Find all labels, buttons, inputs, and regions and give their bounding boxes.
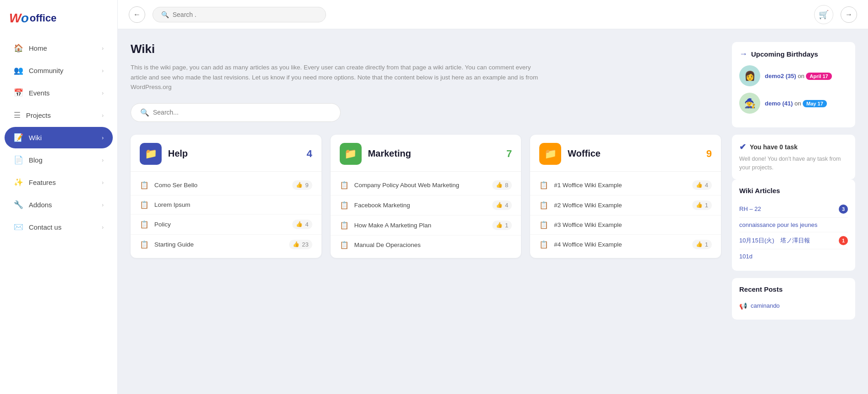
wiki-card-marketing: 📁 Marketing 7 📋 Company Policy About Web… [331, 135, 521, 258]
forward-button[interactable]: → [841, 6, 857, 23]
card-title: Woffice [568, 148, 700, 159]
thumb-icon: 👍 [496, 182, 503, 188]
wiki-article-link[interactable]: connaissance pour les jeunes [739, 218, 848, 232]
like-badge: 👍4 [292, 220, 312, 229]
sidebar-label-community: Community [29, 67, 63, 74]
article-name: Manual De Operaciones [354, 242, 512, 248]
chevron-icon-events: › [102, 90, 104, 96]
article-name: Policy [154, 221, 287, 228]
card-item[interactable]: 📋 Company Policy About Web Marketing 👍8 [331, 175, 521, 195]
card-item[interactable]: 📋 #3 Woffice Wiki Example [530, 215, 721, 235]
article-icon: 📋 [140, 240, 149, 249]
like-badge: 👍1 [492, 221, 512, 230]
wiki-card-woffice: 📁 Woffice 9 📋 #1 Woffice Wiki Example 👍4… [530, 135, 721, 258]
card-item[interactable]: 📋 Starting Guide 👍23 [131, 235, 321, 254]
card-count: 4 [306, 148, 312, 160]
chevron-icon-community: › [102, 68, 104, 74]
sidebar-item-addons[interactable]: 🔧 Addons › [5, 194, 113, 215]
sidebar-icon-community: 👥 [14, 66, 23, 75]
card-item[interactable]: 📋 #1 Woffice Wiki Example 👍4 [530, 175, 721, 195]
content-area: Wiki This is the wiki page, you can add … [118, 29, 868, 394]
sidebar-icon-blog: 📄 [14, 155, 23, 165]
article-icon: 📋 [539, 240, 548, 249]
article-icon: 📋 [340, 221, 349, 230]
article-name: #4 Woffice Wiki Example [554, 241, 686, 248]
article-link-label: RH – 22 [739, 205, 761, 212]
thumb-icon: 👍 [496, 222, 503, 228]
article-icon: 📋 [539, 181, 548, 189]
sidebar-item-blog[interactable]: 📄 Blog › [5, 149, 113, 171]
article-badge: 1 [839, 236, 848, 245]
card-item[interactable]: 📋 Lorem Ipsum [131, 195, 321, 215]
sidebar-label-wiki: Wiki [29, 134, 42, 142]
sidebar-item-projects[interactable]: ☰ Projects › [5, 105, 113, 126]
card-item[interactable]: 📋 Como Ser Bello 👍9 [131, 175, 321, 195]
search-input[interactable] [173, 11, 317, 18]
folder-icon: 📁 [340, 143, 362, 165]
chevron-icon-wiki: › [102, 135, 104, 141]
chevron-icon-home: › [102, 45, 104, 52]
recent-post-item[interactable]: 📢 caminando [739, 299, 848, 312]
sidebar-item-events[interactable]: 📅 Events › [5, 82, 113, 104]
back-button[interactable]: ← [129, 6, 145, 23]
article-icon: 📋 [539, 221, 548, 229]
card-item[interactable]: 📋 Policy 👍4 [131, 215, 321, 235]
thumb-icon: 👍 [496, 202, 503, 208]
sidebar-label-addons: Addons [29, 201, 52, 209]
card-header: 📁 Woffice 9 [530, 135, 721, 172]
sidebar-item-features[interactable]: ✨ Features › [5, 172, 113, 193]
wiki-article-link[interactable]: 10月15日(火) 塔ノ澤日報 1 [739, 232, 848, 249]
birthday-name[interactable]: demo2 (35) [765, 73, 796, 79]
thumb-icon: 👍 [696, 202, 703, 208]
article-name: Lorem Ipsum [154, 201, 312, 208]
thumb-icon: 👍 [293, 241, 300, 247]
cart-button[interactable]: 🛒 [814, 5, 833, 24]
article-icon: 📋 [140, 181, 149, 189]
topbar: ← 🔍 🛒 → [118, 0, 868, 29]
article-name: #2 Woffice Wiki Example [554, 202, 686, 209]
recent-posts-list: 📢 caminando [739, 299, 848, 312]
birthdays-section: → Upcoming Birthdays 👩 demo2 (35) on Apr… [732, 42, 855, 127]
wiki-main: Wiki This is the wiki page, you can add … [131, 42, 721, 381]
chevron-icon-blog: › [102, 157, 104, 163]
sidebar-label-features: Features [29, 179, 56, 186]
article-icon: 📋 [539, 201, 548, 210]
main-wrapper: ← 🔍 🛒 → Wiki This is the wiki page, you … [118, 0, 868, 394]
thumb-icon: 👍 [696, 241, 703, 247]
like-badge: 👍1 [692, 240, 712, 249]
wiki-article-link[interactable]: 101d [739, 249, 848, 263]
chevron-icon-projects: › [102, 112, 104, 119]
card-item[interactable]: 📋 #2 Woffice Wiki Example 👍1 [530, 195, 721, 215]
sidebar-item-wiki[interactable]: 📝 Wiki › [5, 127, 113, 148]
card-header: 📁 Marketing 7 [331, 135, 521, 172]
like-badge: 👍9 [292, 180, 312, 190]
sidebar-item-community[interactable]: 👥 Community › [5, 60, 113, 81]
like-badge: 👍8 [492, 180, 512, 190]
article-name: Como Ser Bello [154, 182, 287, 189]
sidebar-nav: 🏠 Home › 👥 Community › 📅 Events › ☰ Proj… [0, 37, 117, 387]
wiki-card-help: 📁 Help 4 📋 Como Ser Bello 👍9 📋 Lorem Ips… [131, 135, 321, 258]
card-item[interactable]: 📋 #4 Woffice Wiki Example 👍1 [530, 235, 721, 254]
card-item[interactable]: 📋 Manual De Operaciones [331, 236, 521, 254]
search-bar[interactable]: 🔍 [153, 7, 326, 22]
thumb-icon: 👍 [296, 182, 303, 188]
sidebar-icon-features: ✨ [14, 178, 23, 187]
card-items: 📋 Como Ser Bello 👍9 📋 Lorem Ipsum 📋 Poli… [131, 172, 321, 258]
article-badge: 3 [839, 205, 848, 214]
article-name: Company Policy About Web Marketing [354, 182, 487, 189]
article-icon: 📋 [340, 181, 349, 189]
sidebar-icon-wiki: 📝 [14, 133, 23, 142]
birthday-name[interactable]: demo (41) [765, 100, 793, 107]
sidebar-label-contact: Contact us [29, 223, 62, 231]
card-item[interactable]: 📋 How Make A Marketing Plan 👍1 [331, 215, 521, 236]
card-item[interactable]: 📋 Facebook Marketing 👍4 [331, 195, 521, 215]
sidebar-item-home[interactable]: 🏠 Home › [5, 37, 113, 59]
like-badge: 👍4 [492, 200, 512, 210]
page-title: Wiki [131, 42, 721, 56]
sidebar-item-contact[interactable]: ✉️ Contact us › [5, 216, 113, 238]
wiki-search-input[interactable] [153, 109, 331, 116]
chevron-icon-contact: › [102, 224, 104, 231]
wiki-search-bar[interactable]: 🔍 [131, 103, 341, 122]
wiki-article-link[interactable]: RH – 22 3 [739, 201, 848, 218]
sidebar-label-projects: Projects [26, 111, 51, 119]
